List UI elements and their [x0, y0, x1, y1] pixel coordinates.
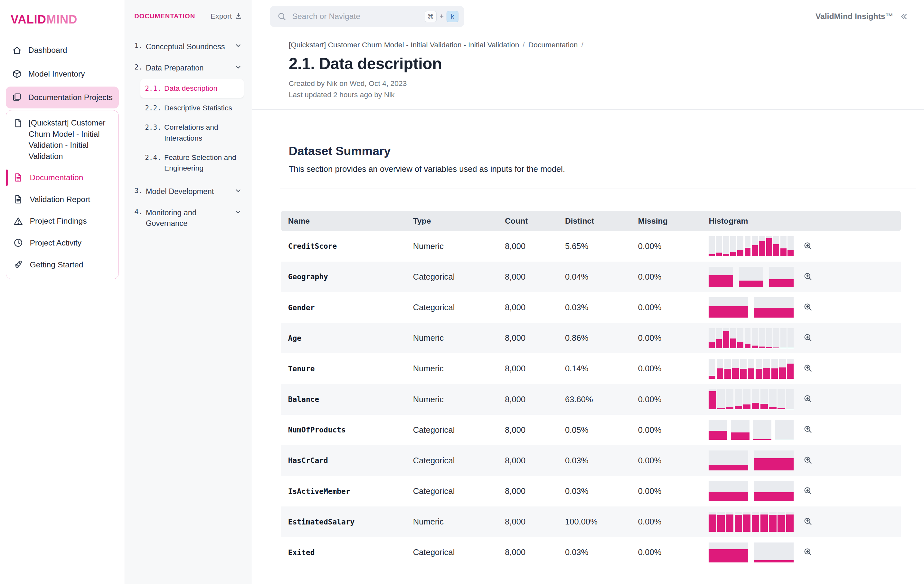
histogram-bar: [709, 391, 716, 409]
project-nav-project-findings[interactable]: Project Findings: [6, 210, 118, 232]
logo-mind: MIND: [46, 13, 77, 26]
histogram-bin: [716, 236, 722, 256]
cell-missing: 0.00%: [631, 425, 702, 435]
expand-histogram-button[interactable]: [802, 362, 814, 375]
doc-item-number: 2.2.: [145, 103, 161, 113]
histogram-bar: [709, 376, 715, 379]
histogram-bin: [754, 451, 794, 470]
project-nav-validation-report[interactable]: Validation Report: [6, 189, 118, 211]
histogram-bin: [771, 359, 778, 379]
cell-histogram: [701, 512, 795, 532]
histogram-bar: [754, 492, 794, 501]
table-row-isactivemember: IsActiveMemberCategorical8,0000.03%0.00%: [281, 476, 901, 507]
histogram-bin: [786, 389, 794, 409]
cell-actions: [795, 331, 901, 345]
cell-missing: 0.00%: [631, 303, 702, 312]
expand-histogram-button[interactable]: [802, 454, 814, 466]
histogram-bin: [724, 359, 731, 379]
project-nav-documentation[interactable]: Documentation: [6, 167, 118, 189]
cell-type: Categorical: [406, 548, 498, 557]
histogram-bin: [773, 328, 779, 348]
histogram-bin: [732, 359, 739, 379]
histogram-bin: [709, 420, 727, 440]
histogram-bin: [726, 389, 733, 409]
cell-name: IsActiveMember: [281, 487, 406, 495]
cell-type: Numeric: [406, 242, 498, 251]
doc-section-monitoring-and-governance[interactable]: 4.Monitoring and Governance: [133, 202, 244, 234]
search-icon: [277, 12, 287, 21]
doc-section-conceptual-soundness[interactable]: 1.Conceptual Soundness: [133, 36, 244, 57]
histogram: [709, 420, 794, 440]
table-row-hascrcard: HasCrCardCategorical8,0000.03%0.00%: [281, 445, 901, 476]
search-input[interactable]: [292, 12, 419, 21]
histogram-bin: [723, 236, 729, 256]
doc-section-children: 2.1.Data description2.2.Descriptive Stat…: [133, 79, 244, 178]
page-content: [Quickstart] Customer Churn Model - Init…: [252, 33, 924, 584]
doc-item-feature-selection-and-engineering[interactable]: 2.4.Feature Selection and Engineering: [140, 148, 244, 178]
expand-histogram-button[interactable]: [802, 270, 814, 283]
histogram-bar: [754, 458, 794, 471]
histogram-bar: [779, 367, 786, 379]
project-nav-project-activity[interactable]: Project Activity: [6, 232, 118, 254]
chevron-down-icon: [234, 208, 243, 216]
project-nav-label: Project Activity: [30, 239, 81, 247]
section-label: Model Development: [146, 186, 231, 197]
section-title: Dataset Summary: [289, 144, 908, 158]
zoom-in-icon: [803, 547, 813, 557]
cell-missing: 0.00%: [631, 487, 702, 496]
expand-histogram-button[interactable]: [802, 423, 814, 436]
export-button[interactable]: Export: [211, 12, 243, 21]
expand-histogram-button[interactable]: [802, 485, 814, 497]
histogram-bin: [787, 328, 794, 348]
histogram-bin: [753, 420, 772, 440]
doc-item-correlations-and-interactions[interactable]: 2.3.Correlations and Interactions: [140, 118, 244, 148]
doc-section-model-development[interactable]: 3.Model Development: [133, 181, 244, 202]
primary-nav: DashboardModel InventoryDocumentation Pr…: [6, 39, 119, 109]
project-nav-getting-started[interactable]: Getting Started: [6, 254, 118, 276]
histogram-bar: [724, 369, 731, 379]
column-header-count: Count: [498, 217, 558, 225]
search-bar[interactable]: ⌘ + k: [270, 6, 464, 27]
breadcrumb-link[interactable]: [Quickstart] Customer Churn Model - Init…: [289, 41, 519, 49]
table-row-estimatedsalary: EstimatedSalaryNumeric8,000100.00%0.00%: [281, 507, 901, 537]
histogram-bar: [773, 347, 779, 348]
expand-histogram-button[interactable]: [802, 393, 814, 405]
cell-distinct: 0.03%: [558, 548, 631, 557]
insights-toggle[interactable]: ValidMind Insights™: [815, 12, 909, 21]
histogram-bar: [752, 345, 758, 348]
histogram-bin: [769, 389, 776, 409]
main-area: ⌘ + k ValidMind Insights™ [Quickstart] C…: [252, 0, 924, 584]
breadcrumb-link[interactable]: Documentation: [528, 41, 578, 49]
validmind-logo[interactable]: VALIDMIND: [6, 12, 119, 39]
histogram-bin: [745, 236, 751, 256]
expand-histogram-button[interactable]: [802, 240, 814, 252]
doc-item-label: Feature Selection and Engineering: [164, 152, 239, 173]
sidebar-item-documentation-projects[interactable]: Documentation Projects: [6, 87, 119, 109]
sidebar-item-model-inventory[interactable]: Model Inventory: [6, 63, 119, 85]
histogram-bar: [732, 368, 739, 379]
doc-item-data-description[interactable]: 2.1.Data description: [140, 79, 244, 98]
collapse-icon: [899, 12, 909, 21]
cell-actions: [795, 546, 901, 559]
expand-histogram-button[interactable]: [802, 546, 814, 558]
histogram-bar: [743, 515, 751, 532]
expand-histogram-button[interactable]: [802, 515, 814, 527]
cell-missing: 0.00%: [631, 548, 702, 557]
cell-count: 8,000: [498, 303, 558, 312]
cell-count: 8,000: [498, 548, 558, 557]
histogram-bin: [709, 512, 716, 532]
cell-actions: [795, 454, 901, 467]
doc-item-descriptive-statistics[interactable]: 2.2.Descriptive Statistics: [140, 99, 244, 117]
topbar: ⌘ + k ValidMind Insights™: [252, 0, 924, 33]
project-title-item[interactable]: [Quickstart] Customer Churn Model - Init…: [6, 117, 118, 167]
histogram-bar: [780, 348, 787, 348]
expand-histogram-button[interactable]: [802, 331, 814, 344]
expand-histogram-button[interactable]: [802, 301, 814, 313]
sidebar-item-dashboard[interactable]: Dashboard: [6, 39, 119, 61]
cmd-keycap: ⌘: [425, 11, 437, 22]
sidebar-item-label: Dashboard: [28, 46, 67, 55]
file-icon: [13, 118, 23, 162]
cell-count: 8,000: [498, 272, 558, 281]
doc-section-data-preparation[interactable]: 2.Data Preparation: [133, 57, 244, 78]
histogram: [709, 543, 794, 563]
